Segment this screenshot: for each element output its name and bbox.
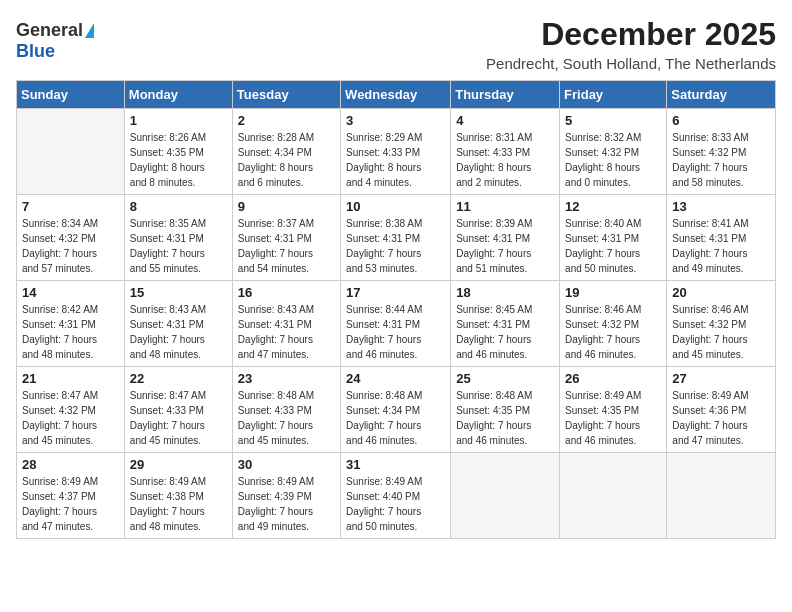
day-info: Sunrise: 8:44 AM Sunset: 4:31 PM Dayligh… bbox=[346, 302, 445, 362]
calendar-cell: 6Sunrise: 8:33 AM Sunset: 4:32 PM Daylig… bbox=[667, 109, 776, 195]
calendar-cell: 13Sunrise: 8:41 AM Sunset: 4:31 PM Dayli… bbox=[667, 195, 776, 281]
day-info: Sunrise: 8:32 AM Sunset: 4:32 PM Dayligh… bbox=[565, 130, 661, 190]
day-info: Sunrise: 8:43 AM Sunset: 4:31 PM Dayligh… bbox=[238, 302, 335, 362]
logo-triangle-icon bbox=[85, 23, 94, 38]
day-number: 16 bbox=[238, 285, 335, 300]
day-number: 27 bbox=[672, 371, 770, 386]
day-number: 24 bbox=[346, 371, 445, 386]
header-wednesday: Wednesday bbox=[341, 81, 451, 109]
day-number: 9 bbox=[238, 199, 335, 214]
day-number: 23 bbox=[238, 371, 335, 386]
day-number: 11 bbox=[456, 199, 554, 214]
day-number: 21 bbox=[22, 371, 119, 386]
day-number: 30 bbox=[238, 457, 335, 472]
day-info: Sunrise: 8:45 AM Sunset: 4:31 PM Dayligh… bbox=[456, 302, 554, 362]
calendar-cell: 3Sunrise: 8:29 AM Sunset: 4:33 PM Daylig… bbox=[341, 109, 451, 195]
day-number: 5 bbox=[565, 113, 661, 128]
calendar-title: December 2025 bbox=[486, 16, 776, 53]
day-info: Sunrise: 8:48 AM Sunset: 4:35 PM Dayligh… bbox=[456, 388, 554, 448]
day-info: Sunrise: 8:48 AM Sunset: 4:33 PM Dayligh… bbox=[238, 388, 335, 448]
calendar-cell: 25Sunrise: 8:48 AM Sunset: 4:35 PM Dayli… bbox=[451, 367, 560, 453]
day-number: 3 bbox=[346, 113, 445, 128]
day-info: Sunrise: 8:40 AM Sunset: 4:31 PM Dayligh… bbox=[565, 216, 661, 276]
day-info: Sunrise: 8:49 AM Sunset: 4:36 PM Dayligh… bbox=[672, 388, 770, 448]
day-number: 7 bbox=[22, 199, 119, 214]
header-thursday: Thursday bbox=[451, 81, 560, 109]
calendar-location: Pendrecht, South Holland, The Netherland… bbox=[486, 55, 776, 72]
day-info: Sunrise: 8:33 AM Sunset: 4:32 PM Dayligh… bbox=[672, 130, 770, 190]
calendar-cell: 21Sunrise: 8:47 AM Sunset: 4:32 PM Dayli… bbox=[17, 367, 125, 453]
calendar-cell bbox=[560, 453, 667, 539]
logo-general: General bbox=[16, 20, 94, 41]
day-info: Sunrise: 8:49 AM Sunset: 4:35 PM Dayligh… bbox=[565, 388, 661, 448]
day-info: Sunrise: 8:31 AM Sunset: 4:33 PM Dayligh… bbox=[456, 130, 554, 190]
day-number: 15 bbox=[130, 285, 227, 300]
day-number: 25 bbox=[456, 371, 554, 386]
calendar-cell: 28Sunrise: 8:49 AM Sunset: 4:37 PM Dayli… bbox=[17, 453, 125, 539]
calendar-cell: 27Sunrise: 8:49 AM Sunset: 4:36 PM Dayli… bbox=[667, 367, 776, 453]
header-friday: Friday bbox=[560, 81, 667, 109]
day-number: 31 bbox=[346, 457, 445, 472]
calendar-cell: 16Sunrise: 8:43 AM Sunset: 4:31 PM Dayli… bbox=[232, 281, 340, 367]
calendar-cell: 8Sunrise: 8:35 AM Sunset: 4:31 PM Daylig… bbox=[124, 195, 232, 281]
calendar-cell bbox=[17, 109, 125, 195]
calendar-cell: 26Sunrise: 8:49 AM Sunset: 4:35 PM Dayli… bbox=[560, 367, 667, 453]
calendar-cell: 23Sunrise: 8:48 AM Sunset: 4:33 PM Dayli… bbox=[232, 367, 340, 453]
header-saturday: Saturday bbox=[667, 81, 776, 109]
day-number: 19 bbox=[565, 285, 661, 300]
day-info: Sunrise: 8:47 AM Sunset: 4:33 PM Dayligh… bbox=[130, 388, 227, 448]
calendar-cell: 9Sunrise: 8:37 AM Sunset: 4:31 PM Daylig… bbox=[232, 195, 340, 281]
day-info: Sunrise: 8:47 AM Sunset: 4:32 PM Dayligh… bbox=[22, 388, 119, 448]
calendar-week-2: 7Sunrise: 8:34 AM Sunset: 4:32 PM Daylig… bbox=[17, 195, 776, 281]
day-number: 4 bbox=[456, 113, 554, 128]
header-row: Sunday Monday Tuesday Wednesday Thursday… bbox=[17, 81, 776, 109]
calendar-cell bbox=[451, 453, 560, 539]
day-number: 1 bbox=[130, 113, 227, 128]
day-info: Sunrise: 8:39 AM Sunset: 4:31 PM Dayligh… bbox=[456, 216, 554, 276]
day-number: 17 bbox=[346, 285, 445, 300]
day-info: Sunrise: 8:49 AM Sunset: 4:40 PM Dayligh… bbox=[346, 474, 445, 534]
calendar-cell: 20Sunrise: 8:46 AM Sunset: 4:32 PM Dayli… bbox=[667, 281, 776, 367]
day-number: 10 bbox=[346, 199, 445, 214]
calendar-cell: 12Sunrise: 8:40 AM Sunset: 4:31 PM Dayli… bbox=[560, 195, 667, 281]
calendar-week-4: 21Sunrise: 8:47 AM Sunset: 4:32 PM Dayli… bbox=[17, 367, 776, 453]
day-number: 2 bbox=[238, 113, 335, 128]
day-number: 28 bbox=[22, 457, 119, 472]
day-info: Sunrise: 8:49 AM Sunset: 4:37 PM Dayligh… bbox=[22, 474, 119, 534]
day-number: 13 bbox=[672, 199, 770, 214]
day-info: Sunrise: 8:29 AM Sunset: 4:33 PM Dayligh… bbox=[346, 130, 445, 190]
calendar-cell: 29Sunrise: 8:49 AM Sunset: 4:38 PM Dayli… bbox=[124, 453, 232, 539]
day-info: Sunrise: 8:26 AM Sunset: 4:35 PM Dayligh… bbox=[130, 130, 227, 190]
day-number: 18 bbox=[456, 285, 554, 300]
day-info: Sunrise: 8:41 AM Sunset: 4:31 PM Dayligh… bbox=[672, 216, 770, 276]
day-info: Sunrise: 8:49 AM Sunset: 4:38 PM Dayligh… bbox=[130, 474, 227, 534]
day-info: Sunrise: 8:37 AM Sunset: 4:31 PM Dayligh… bbox=[238, 216, 335, 276]
calendar-cell: 4Sunrise: 8:31 AM Sunset: 4:33 PM Daylig… bbox=[451, 109, 560, 195]
day-number: 22 bbox=[130, 371, 227, 386]
calendar-cell: 18Sunrise: 8:45 AM Sunset: 4:31 PM Dayli… bbox=[451, 281, 560, 367]
day-info: Sunrise: 8:49 AM Sunset: 4:39 PM Dayligh… bbox=[238, 474, 335, 534]
day-number: 6 bbox=[672, 113, 770, 128]
calendar-cell: 11Sunrise: 8:39 AM Sunset: 4:31 PM Dayli… bbox=[451, 195, 560, 281]
calendar-cell: 17Sunrise: 8:44 AM Sunset: 4:31 PM Dayli… bbox=[341, 281, 451, 367]
calendar-body: 1Sunrise: 8:26 AM Sunset: 4:35 PM Daylig… bbox=[17, 109, 776, 539]
day-info: Sunrise: 8:35 AM Sunset: 4:31 PM Dayligh… bbox=[130, 216, 227, 276]
calendar-week-3: 14Sunrise: 8:42 AM Sunset: 4:31 PM Dayli… bbox=[17, 281, 776, 367]
day-info: Sunrise: 8:42 AM Sunset: 4:31 PM Dayligh… bbox=[22, 302, 119, 362]
calendar-cell: 24Sunrise: 8:48 AM Sunset: 4:34 PM Dayli… bbox=[341, 367, 451, 453]
day-number: 8 bbox=[130, 199, 227, 214]
calendar-cell: 22Sunrise: 8:47 AM Sunset: 4:33 PM Dayli… bbox=[124, 367, 232, 453]
day-number: 12 bbox=[565, 199, 661, 214]
day-number: 29 bbox=[130, 457, 227, 472]
logo: General Blue bbox=[16, 20, 94, 62]
header-tuesday: Tuesday bbox=[232, 81, 340, 109]
day-info: Sunrise: 8:34 AM Sunset: 4:32 PM Dayligh… bbox=[22, 216, 119, 276]
logo-blue-text: Blue bbox=[16, 41, 55, 62]
day-info: Sunrise: 8:38 AM Sunset: 4:31 PM Dayligh… bbox=[346, 216, 445, 276]
day-number: 20 bbox=[672, 285, 770, 300]
calendar-cell: 30Sunrise: 8:49 AM Sunset: 4:39 PM Dayli… bbox=[232, 453, 340, 539]
day-info: Sunrise: 8:46 AM Sunset: 4:32 PM Dayligh… bbox=[672, 302, 770, 362]
day-info: Sunrise: 8:46 AM Sunset: 4:32 PM Dayligh… bbox=[565, 302, 661, 362]
page-header: General Blue December 2025 Pendrecht, So… bbox=[16, 16, 776, 72]
calendar-cell: 5Sunrise: 8:32 AM Sunset: 4:32 PM Daylig… bbox=[560, 109, 667, 195]
